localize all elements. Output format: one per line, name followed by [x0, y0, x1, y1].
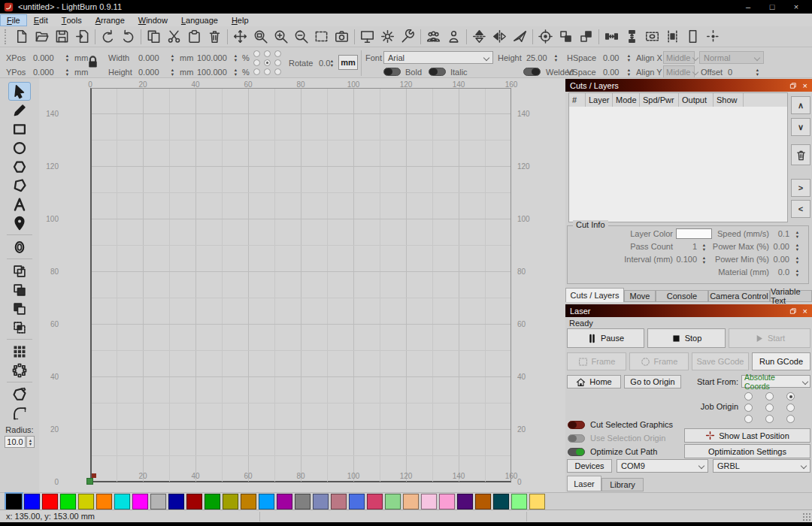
width-field[interactable]: 0.000: [138, 52, 159, 63]
menu-edit[interactable]: Edit: [27, 14, 55, 26]
material-field[interactable]: 0.0: [759, 268, 789, 277]
power-max-spinner[interactable]: [793, 241, 801, 252]
color-swatch-11[interactable]: [205, 494, 220, 509]
position-laser-icon[interactable]: [535, 28, 556, 46]
speed-field[interactable]: 0.1: [759, 229, 789, 238]
menu-tools[interactable]: Tools: [55, 14, 89, 26]
new-file-icon[interactable]: [11, 28, 32, 46]
laser-dock-title[interactable]: Laser ×: [565, 304, 812, 317]
camera-capture-icon[interactable]: [332, 28, 352, 46]
color-swatch-12[interactable]: [223, 494, 238, 509]
color-swatch-25[interactable]: [457, 494, 473, 509]
job-origin-radio[interactable]: [765, 392, 774, 401]
anchor-radio[interactable]: [253, 50, 260, 57]
column--[interactable]: #: [569, 93, 586, 107]
import-file-icon[interactable]: [72, 28, 92, 46]
cut-icon[interactable]: [164, 28, 184, 46]
push-together-v-icon[interactable]: [576, 28, 596, 46]
distribute-v-icon[interactable]: [622, 28, 642, 46]
resize-grip[interactable]: [802, 512, 810, 521]
height-scale-spinner[interactable]: [232, 66, 240, 77]
tab-variable-text[interactable]: Variable Text: [770, 290, 812, 302]
minimize-button[interactable]: –: [740, 2, 756, 11]
column-mode[interactable]: Mode: [613, 93, 640, 107]
column-spd-pwr[interactable]: Spd/Pwr: [640, 93, 679, 107]
tab-library[interactable]: Library: [601, 478, 644, 491]
distribute-h-icon[interactable]: [601, 28, 622, 46]
frame-rect-button[interactable]: Frame: [567, 352, 626, 370]
color-swatch-7[interactable]: [132, 494, 148, 509]
show-last-position-button[interactable]: Show Last Position: [684, 428, 810, 443]
mirror-across-line-icon[interactable]: [510, 28, 530, 46]
power-max-field[interactable]: 0.00: [759, 242, 789, 251]
flip-vertical-icon[interactable]: [469, 28, 489, 46]
position-pin-tool[interactable]: [8, 213, 31, 232]
optimize-cut-path-toggle[interactable]: [568, 448, 585, 456]
job-origin-radio[interactable]: [744, 404, 753, 412]
tab-console[interactable]: Console: [656, 290, 708, 302]
zoom-to-page-icon[interactable]: [250, 28, 271, 46]
color-swatch-9[interactable]: [168, 494, 184, 509]
close-button[interactable]: ×: [788, 2, 804, 11]
job-origin-radio[interactable]: [786, 392, 795, 401]
settings-icon[interactable]: [377, 28, 398, 46]
boolean-intersect-tool[interactable]: [8, 318, 31, 337]
port-select[interactable]: COM9: [617, 459, 708, 473]
layer-move-down-button[interactable]: ∨: [791, 118, 810, 136]
width-spinner[interactable]: [168, 52, 177, 63]
redo-icon[interactable]: [118, 28, 138, 46]
goto-origin-button[interactable]: Go to Origin: [624, 375, 681, 388]
push-together-h-icon[interactable]: [556, 28, 576, 46]
anchor-radio[interactable]: [274, 59, 281, 66]
layer-delete-button[interactable]: [791, 144, 810, 165]
flip-horizontal-icon[interactable]: [489, 28, 510, 46]
color-swatch-21[interactable]: [385, 494, 401, 509]
polygon-tool[interactable]: [8, 157, 31, 176]
column-output[interactable]: Output: [679, 93, 714, 107]
vspace-spinner[interactable]: [625, 66, 633, 77]
use-selection-origin-toggle[interactable]: [568, 434, 585, 443]
boolean-union-tool[interactable]: [8, 261, 31, 280]
column-show[interactable]: Show: [714, 93, 744, 107]
boolean-subtract-tool[interactable]: [8, 280, 31, 299]
color-swatch-23[interactable]: [421, 494, 437, 509]
start-from-select[interactable]: Absolute Coords: [741, 375, 810, 388]
device-settings-icon[interactable]: [398, 28, 418, 46]
height-scale-field[interactable]: 100.000: [197, 66, 227, 77]
radius-field[interactable]: 10.0: [5, 436, 26, 448]
color-swatch-29[interactable]: [529, 494, 545, 509]
close-panel-icon[interactable]: ×: [803, 307, 807, 316]
power-min-field[interactable]: 0.00: [759, 255, 789, 264]
speed-spinner[interactable]: [793, 228, 801, 240]
color-swatch-10[interactable]: [186, 494, 202, 509]
anchor-radio[interactable]: [264, 50, 271, 57]
close-panel-icon[interactable]: ×: [803, 81, 807, 90]
firmware-select[interactable]: GRBL: [713, 459, 810, 473]
space-evenly-icon[interactable]: [662, 28, 683, 46]
color-swatch-3[interactable]: [60, 494, 76, 509]
anchor-radio[interactable]: [253, 59, 260, 66]
color-swatch-28[interactable]: [511, 494, 527, 509]
anchor-radio[interactable]: [264, 59, 271, 66]
anchor-radio[interactable]: [253, 68, 260, 75]
color-swatch-1[interactable]: [24, 494, 40, 509]
color-swatch-18[interactable]: [331, 494, 347, 509]
weld-shapes-tool[interactable]: [8, 385, 31, 404]
draw-lines-tool[interactable]: [8, 101, 31, 119]
color-swatch-13[interactable]: [241, 494, 256, 509]
menu-arrange[interactable]: Arrange: [89, 14, 132, 26]
menu-file[interactable]: File: [0, 14, 27, 26]
radius-corner-tool[interactable]: [8, 404, 31, 422]
bold-toggle[interactable]: [383, 68, 401, 76]
job-origin-radio[interactable]: [744, 415, 753, 423]
layers-list[interactable]: [568, 107, 788, 222]
layer-shift-right-button[interactable]: >: [791, 179, 810, 197]
stop-button[interactable]: Stop: [647, 328, 726, 348]
color-swatch-24[interactable]: [439, 494, 455, 509]
float-panel-icon[interactable]: [789, 307, 797, 315]
color-swatch-14[interactable]: [259, 494, 274, 509]
save-gcode-button[interactable]: Save GCode: [692, 352, 749, 370]
move-laser-to-selection-icon[interactable]: [642, 28, 662, 46]
offset-shapes-tool[interactable]: [8, 237, 31, 256]
layer-shift-left-button[interactable]: <: [791, 200, 810, 218]
